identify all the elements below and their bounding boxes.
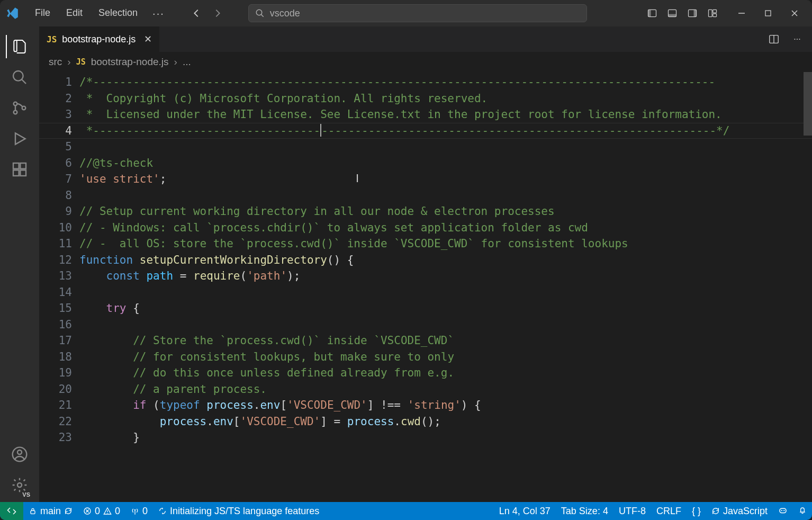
breadcrumb-folder[interactable]: src <box>49 56 62 68</box>
line-number: 17 <box>39 333 72 349</box>
layout-customize-icon[interactable] <box>703 4 722 23</box>
code-line[interactable] <box>79 284 812 301</box>
branch-name: main <box>40 506 61 517</box>
tab-bootstrap-node[interactable]: JS bootstrap-node.js ✕ <box>39 26 160 52</box>
code-line[interactable]: //@ts-check <box>79 155 812 172</box>
braces-icon[interactable]: { } <box>687 506 706 517</box>
explorer-icon[interactable] <box>6 33 33 60</box>
extensions-icon[interactable] <box>6 156 33 183</box>
code-editor[interactable]: 1234567891011121314151617181920212223 /*… <box>39 72 812 502</box>
code-line[interactable]: // for consistent lookups, but make sure… <box>79 349 812 365</box>
source-control-icon[interactable] <box>6 94 33 122</box>
nav-forward-icon[interactable] <box>210 6 225 21</box>
search-activity-icon[interactable] <box>6 64 33 91</box>
code-line[interactable]: const path = require('path'); <box>79 268 812 284</box>
remote-indicator-icon[interactable] <box>0 502 23 520</box>
accounts-icon[interactable] <box>6 441 33 468</box>
code-line[interactable]: // Store the `process.cwd()` inside `VSC… <box>79 333 812 349</box>
code-line[interactable]: try { <box>79 300 812 317</box>
breadcrumb-file[interactable]: bootstrap-node.js <box>91 56 169 68</box>
tab-close-icon[interactable]: ✕ <box>144 33 152 45</box>
line-number: 10 <box>39 220 72 236</box>
layout-panel-icon[interactable] <box>663 4 682 23</box>
code-line[interactable]: *---------------------------------------… <box>79 123 812 139</box>
minimize-button[interactable] <box>728 3 755 24</box>
editor-more-icon[interactable]: ··· <box>789 31 806 48</box>
language-init-status[interactable]: Initializing JS/TS language features <box>153 502 324 520</box>
tab-bar: JS bootstrap-node.js ✕ ··· <box>39 26 812 52</box>
maximize-button[interactable] <box>755 3 781 24</box>
svg-rect-10 <box>713 14 717 17</box>
svg-rect-29 <box>31 510 35 514</box>
chevron-right-icon: › <box>67 56 70 68</box>
encoding[interactable]: UTF-8 <box>613 506 651 517</box>
svg-point-37 <box>781 509 782 510</box>
code-line[interactable]: } <box>79 429 812 446</box>
run-debug-icon[interactable] <box>6 125 33 153</box>
menu-more-icon[interactable]: ··· <box>146 4 171 23</box>
line-number: 6 <box>39 155 72 172</box>
tab-filename: bootstrap-node.js <box>62 34 136 45</box>
language-mode[interactable]: JavaScript <box>706 506 773 517</box>
eol[interactable]: CRLF <box>651 506 687 517</box>
code-line[interactable]: /*--------------------------------------… <box>79 74 812 91</box>
code-line[interactable]: // - all OS: store the `process.cwd()` i… <box>79 236 812 252</box>
code-line[interactable]: // - Windows: call `process.chdir()` to … <box>79 220 812 236</box>
svg-point-38 <box>783 509 784 510</box>
sync-icon[interactable] <box>64 507 73 515</box>
cursor-position[interactable]: Ln 4, Col 37 <box>494 506 556 517</box>
code-line[interactable]: // a parent process. <box>79 381 812 398</box>
menu-edit[interactable]: Edit <box>59 4 90 23</box>
line-number: 18 <box>39 349 72 365</box>
svg-point-25 <box>17 450 22 454</box>
tab-size[interactable]: Tab Size: 4 <box>556 506 613 517</box>
search-placeholder: vscode <box>270 8 300 19</box>
code-line[interactable] <box>79 139 812 155</box>
svg-rect-22 <box>20 170 26 176</box>
code-line[interactable]: if (typeof process.env['VSCODE_CWD'] !==… <box>79 397 812 414</box>
menu-selection[interactable]: Selection <box>91 4 145 23</box>
copilot-icon[interactable] <box>773 506 793 515</box>
problems-status[interactable]: 0 0 <box>78 502 125 520</box>
ports-status[interactable]: 0 <box>125 502 153 520</box>
line-number: 5 <box>39 139 72 155</box>
warning-count: 0 <box>115 506 120 517</box>
code-line[interactable] <box>79 187 812 204</box>
menu-file[interactable]: File <box>28 4 58 23</box>
svg-point-0 <box>256 10 262 15</box>
init-message: Initializing JS/TS language features <box>170 506 319 517</box>
code-line[interactable]: // Setup current working directory in al… <box>79 203 812 220</box>
code-line[interactable]: * Copyright (c) Microsoft Corporation. A… <box>79 91 812 107</box>
notifications-icon[interactable] <box>793 506 812 514</box>
code-line[interactable]: * Licensed under the MIT License. See Li… <box>79 106 812 123</box>
code-content[interactable]: /*--------------------------------------… <box>79 72 812 502</box>
line-number: 15 <box>39 300 72 317</box>
line-number: 1 <box>39 74 72 91</box>
line-number: 12 <box>39 252 72 268</box>
svg-rect-7 <box>694 10 697 16</box>
close-window-button[interactable] <box>781 3 808 24</box>
minimap-scrollbar[interactable] <box>804 72 812 136</box>
line-number: 20 <box>39 381 72 398</box>
breadcrumb[interactable]: src › JS bootstrap-node.js › ... <box>39 52 812 72</box>
code-line[interactable] <box>79 317 812 333</box>
svg-rect-3 <box>648 10 651 16</box>
settings-gear-icon[interactable]: VS <box>6 471 33 499</box>
svg-rect-9 <box>713 10 717 13</box>
split-editor-icon[interactable] <box>765 31 782 48</box>
sync-icon <box>711 507 720 515</box>
line-number: 8 <box>39 187 72 204</box>
command-center-search[interactable]: vscode <box>248 4 587 22</box>
layout-sidebar-right-icon[interactable] <box>683 4 702 23</box>
git-branch-status[interactable]: main <box>23 502 78 520</box>
code-line[interactable]: process.env['VSCODE_CWD'] = process.cwd(… <box>79 414 812 430</box>
layout-sidebar-left-icon[interactable] <box>643 4 662 23</box>
breadcrumb-more[interactable]: ... <box>183 56 191 68</box>
code-line[interactable]: function setupCurrentWorkingDirectory() … <box>79 252 812 268</box>
code-line[interactable]: // do this once unless defined already f… <box>79 365 812 381</box>
code-line[interactable]: 'use strict'; <box>79 171 812 187</box>
nav-back-icon[interactable] <box>189 6 204 21</box>
svg-rect-5 <box>669 14 676 17</box>
loading-icon <box>158 507 167 515</box>
activity-bar: VS <box>0 26 39 502</box>
